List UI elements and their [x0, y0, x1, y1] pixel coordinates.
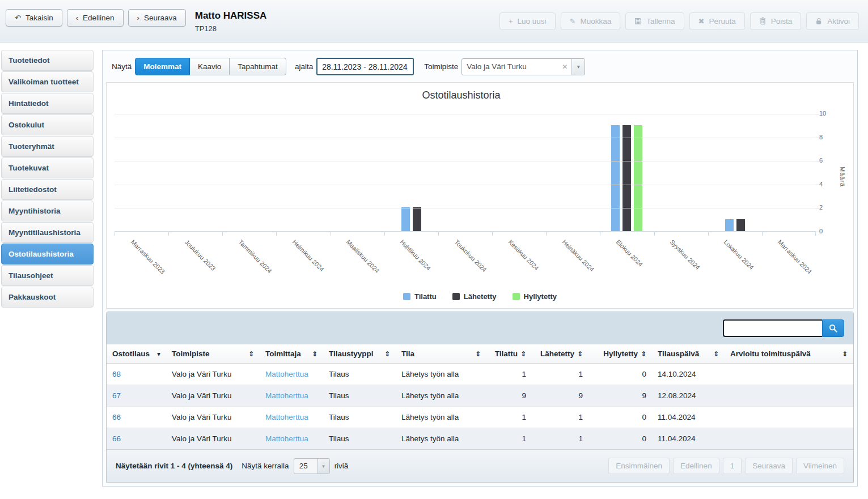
sidebar-item-pakkauskoot[interactable]: Pakkauskoot [1, 287, 94, 308]
order-link[interactable]: 66 [107, 407, 166, 428]
page-size-value: 25 [294, 459, 317, 474]
rows-info: Näytetään rivit 1 - 4 (yhteensä 4) [116, 462, 232, 470]
previous-button[interactable]: ‹ Edellinen [67, 9, 124, 27]
x-axis-label: Maaliskuu 2024 [345, 238, 381, 274]
sort-icon: ⇕ [248, 350, 254, 358]
table-cell: Lähetys työn alla [396, 385, 486, 407]
sidebar-item-tuoteryhmat[interactable]: Tuoteryhmät [1, 136, 94, 157]
column-header-label: Lähetetty [537, 349, 574, 358]
peruuta-button[interactable]: ✖Peruuta [689, 12, 745, 30]
column-header-label: Arvioitu toimituspäivä [730, 349, 839, 358]
table-row: 68Valo ja Väri TurkuMattoherttuaTilausLä… [107, 364, 853, 385]
x-axis-label: Syyskuu 2024 [669, 238, 701, 271]
aktivoi-button[interactable]: Aktivoi [806, 12, 859, 30]
view-toggle-tapahtumat[interactable]: Tapahtumat [229, 58, 286, 75]
x-axis-tick [600, 232, 600, 236]
legend-item-tilattu[interactable]: Tilattu [403, 292, 437, 301]
table-cell: 1 [486, 364, 532, 385]
sidebar-item-tilausohjeet[interactable]: Tilausohjeet [1, 265, 94, 286]
chart-category-lokakuu-2024 [708, 114, 762, 231]
sidebar-item-myyntitilaushistoria[interactable]: Myyntitilaushistoria [1, 222, 94, 243]
bar-lahetetty [413, 207, 421, 231]
chevron-left-icon: ‹ [76, 14, 78, 22]
luo-uusi-button[interactable]: +Luo uusi [499, 12, 556, 30]
date-range-input[interactable] [316, 58, 414, 75]
table-cell: 1 [532, 407, 588, 428]
column-header-tila[interactable]: Tila⇕ [396, 344, 486, 364]
table-cell [725, 385, 853, 407]
column-header-lahetetty[interactable]: Lähetetty⇕ [532, 344, 588, 364]
supplier-link[interactable]: Mattoherttua [260, 428, 323, 450]
view-toggle-kaavio[interactable]: Kaavio [189, 58, 230, 75]
column-header-arvioitu-toimituspaiva[interactable]: Arvioitu toimituspäivä⇕ [725, 344, 853, 364]
pagination-ensimmainen[interactable]: Ensimmäinen [608, 458, 670, 474]
column-header-tilaustyyppi[interactable]: Tilaustyyppi⇕ [323, 344, 396, 364]
office-combobox[interactable]: Valo ja Väri Turku ✕ ▾ [461, 58, 585, 75]
column-header-ostotilaus[interactable]: Ostotilaus▾ [107, 344, 166, 364]
date-range-label: ajalta [295, 62, 313, 71]
page-size-label: Näytä kerralla [242, 462, 289, 470]
chevron-right-icon: › [137, 14, 139, 22]
chart-category-kesakuu-2024 [492, 114, 546, 231]
bar-lahetetty [623, 125, 631, 231]
column-header-toimipiste[interactable]: Toimipiste⇕ [166, 344, 260, 364]
back-arrow-icon: ↶ [15, 14, 21, 22]
page-size-select[interactable]: 25 ▾ [294, 458, 330, 474]
button-label: Muokkaa [580, 17, 611, 25]
table-cell: Tilaus [323, 407, 396, 428]
legend-swatch [452, 293, 460, 300]
sidebar-item-liitetiedostot[interactable]: Liitetiedostot [1, 179, 94, 200]
column-header-toimittaja[interactable]: Toimittaja⇕ [260, 344, 323, 364]
search-button[interactable] [822, 319, 844, 337]
chart-category-tammikuu-2024 [222, 114, 276, 231]
sidebar-item-valikoiman-tuotteet[interactable]: Valikoiman tuotteet [1, 71, 94, 92]
tallenna-button[interactable]: Tallenna [625, 12, 684, 30]
table-cell: 9 [588, 385, 652, 407]
x-axis-label: Marraskuu 2023 [129, 238, 166, 275]
sidebar-item-ostotilaushistoria[interactable]: Ostotilaushistoria [1, 244, 94, 265]
poista-button[interactable]: Poista [750, 12, 802, 30]
pagination-viimeinen[interactable]: Viimeinen [796, 458, 844, 474]
search-input[interactable] [723, 319, 822, 337]
order-link[interactable]: 68 [107, 364, 166, 385]
sidebar-item-ostokulut[interactable]: Ostokulut [1, 114, 94, 135]
column-header-tilattu[interactable]: Tilattu⇕ [486, 344, 532, 364]
next-button-label: Seuraava [144, 14, 177, 22]
table-row: 67Valo ja Väri TurkuMattoherttuaTilausLä… [107, 385, 853, 407]
pagination-1[interactable]: 1 [723, 458, 742, 474]
main-layout: TuotetiedotValikoiman tuotteetHintatiedo… [0, 42, 868, 487]
trash-icon [759, 17, 767, 25]
supplier-link[interactable]: Mattoherttua [260, 385, 323, 407]
sidebar-item-hintatiedot[interactable]: Hintatiedot [1, 93, 94, 114]
legend-item-hyllytetty[interactable]: Hyllytetty [513, 292, 557, 301]
column-header-hyllytetty[interactable]: Hyllytetty⇕ [588, 344, 652, 364]
table-cell: Valo ja Väri Turku [166, 428, 260, 450]
sidebar-item-tuotekuvat[interactable]: Tuotekuvat [1, 157, 94, 178]
table-cell: Tilaus [323, 364, 396, 385]
sort-icon: ⇕ [577, 350, 583, 358]
column-header-tilauspaiva[interactable]: Tilauspäivä⇕ [652, 344, 725, 364]
supplier-link[interactable]: Mattoherttua [260, 407, 323, 428]
supplier-link[interactable]: Mattoherttua [260, 364, 323, 385]
chart-category-helmikuu-2024 [276, 114, 330, 231]
next-button[interactable]: › Seuraava [128, 9, 186, 27]
office-label: Toimipiste [424, 62, 458, 71]
y-axis-title: Määrä [839, 167, 846, 187]
column-header-label: Toimipiste [172, 349, 245, 358]
order-link[interactable]: 67 [107, 385, 166, 407]
legend-item-lahetetty[interactable]: Lähetetty [452, 292, 497, 301]
back-button[interactable]: ↶ Takaisin [6, 9, 62, 27]
clear-icon[interactable]: ✕ [558, 63, 571, 71]
column-header-label: Tilaustyyppi [329, 349, 382, 358]
muokkaa-button[interactable]: ✎Muokkaa [561, 12, 621, 30]
sidebar-item-tuotetiedot[interactable]: Tuotetiedot [1, 50, 94, 71]
view-toggle-molemmat[interactable]: Molemmat [135, 58, 190, 75]
chart-category-heinakuu-2024 [546, 114, 600, 231]
pagination-seuraava[interactable]: Seuraava [745, 458, 793, 474]
chevron-down-icon[interactable]: ▾ [571, 59, 585, 75]
order-link[interactable]: 66 [107, 428, 166, 450]
pagination-edellinen[interactable]: Edellinen [673, 458, 719, 474]
sidebar-item-myyntihistoria[interactable]: Myyntihistoria [1, 201, 94, 221]
table-toolbar [107, 312, 853, 344]
sort-icon: ⇕ [475, 350, 481, 358]
